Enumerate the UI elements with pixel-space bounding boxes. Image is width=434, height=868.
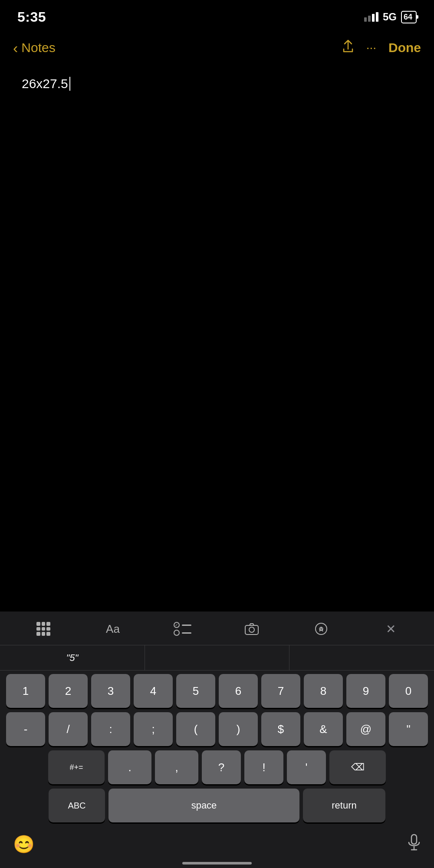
note-content-area[interactable]: 26x27.5 xyxy=(0,65,434,102)
key-colon[interactable]: : xyxy=(91,712,130,746)
key-2[interactable]: 2 xyxy=(49,674,88,708)
keyboard-area: Aa ✓ A xyxy=(0,612,434,868)
key-dollar[interactable]: $ xyxy=(261,712,300,746)
back-chevron-icon: ‹ xyxy=(13,40,18,55)
status-time: 5:35 xyxy=(17,9,46,25)
key-quote[interactable]: " xyxy=(389,712,428,746)
predictive-item-3[interactable] xyxy=(289,645,434,670)
key-comma[interactable]: , xyxy=(155,750,198,784)
share-icon[interactable] xyxy=(342,39,354,56)
key-minus[interactable]: - xyxy=(6,712,45,746)
done-button[interactable]: Done xyxy=(388,40,421,55)
note-text: 26x27.5 xyxy=(22,74,412,93)
key-3[interactable]: 3 xyxy=(91,674,130,708)
camera-icon[interactable] xyxy=(239,619,265,638)
predictive-item-1[interactable]: "5" xyxy=(0,645,145,670)
network-label: 5G xyxy=(383,11,397,23)
key-apostrophe[interactable]: ' xyxy=(287,750,326,784)
svg-point-1 xyxy=(249,627,254,632)
more-icon[interactable]: ··· xyxy=(366,41,376,55)
key-row-numbers: 1 2 3 4 5 6 7 8 9 0 xyxy=(3,674,431,708)
key-abc-switch[interactable]: ABC xyxy=(49,789,105,822)
status-bar: 5:35 5G 64 xyxy=(0,0,434,30)
key-hashtag-switch[interactable]: #+= xyxy=(48,750,105,784)
key-row-symbols2: #+= . , ? ! ' ⌫ xyxy=(3,750,431,784)
nav-bar: ‹ Notes ··· Done xyxy=(0,30,434,65)
nav-actions: ··· Done xyxy=(342,39,421,56)
key-slash[interactable]: / xyxy=(49,712,88,746)
keyboard-keys: 1 2 3 4 5 6 7 8 9 0 - / : ; ( ) $ & @ " … xyxy=(0,671,434,830)
key-row-bottom: ABC space return xyxy=(3,789,431,822)
markup-icon[interactable]: A xyxy=(308,619,334,638)
status-right: 5G 64 xyxy=(364,11,417,23)
key-4[interactable]: 4 xyxy=(134,674,173,708)
key-period[interactable]: . xyxy=(108,750,151,784)
key-return[interactable]: return xyxy=(303,789,385,822)
key-0[interactable]: 0 xyxy=(389,674,428,708)
key-8[interactable]: 8 xyxy=(304,674,343,708)
table-icon[interactable] xyxy=(30,619,56,638)
key-row-symbols1: - / : ; ( ) $ & @ " xyxy=(3,712,431,746)
key-at[interactable]: @ xyxy=(346,712,385,746)
emoji-button[interactable]: 😊 xyxy=(13,834,35,855)
home-indicator xyxy=(182,862,252,865)
key-semicolon[interactable]: ; xyxy=(134,712,173,746)
signal-bar-4 xyxy=(376,12,378,22)
key-exclaim[interactable]: ! xyxy=(244,750,283,784)
microphone-button[interactable] xyxy=(407,834,421,855)
key-space[interactable]: space xyxy=(108,789,299,822)
key-7[interactable]: 7 xyxy=(261,674,300,708)
predictive-bar: "5" xyxy=(0,645,434,671)
note-text-content: 26x27.5 xyxy=(22,74,68,93)
signal-bar-2 xyxy=(368,16,371,22)
predictive-item-2[interactable] xyxy=(145,645,290,670)
svg-rect-5 xyxy=(411,835,417,844)
key-9[interactable]: 9 xyxy=(346,674,385,708)
checklist-icon[interactable]: ✓ xyxy=(169,619,195,638)
signal-bar-1 xyxy=(364,17,367,22)
delete-key[interactable]: ⌫ xyxy=(329,750,386,784)
keyboard-toolbar: Aa ✓ A xyxy=(0,612,434,645)
text-cursor xyxy=(69,77,70,91)
format-icon[interactable]: Aa xyxy=(100,619,126,638)
battery-indicator: 64 xyxy=(401,11,417,23)
close-keyboard-icon[interactable]: ✕ xyxy=(378,619,404,638)
back-label: Notes xyxy=(21,40,55,55)
key-6[interactable]: 6 xyxy=(219,674,258,708)
battery-level: 64 xyxy=(401,11,417,23)
signal-bar-3 xyxy=(372,14,375,22)
grid-table-icon xyxy=(36,622,50,636)
signal-bars xyxy=(364,12,378,22)
key-question[interactable]: ? xyxy=(202,750,241,784)
key-close-paren[interactable]: ) xyxy=(219,712,258,746)
key-open-paren[interactable]: ( xyxy=(176,712,215,746)
key-5[interactable]: 5 xyxy=(176,674,215,708)
key-ampersand[interactable]: & xyxy=(304,712,343,746)
key-1[interactable]: 1 xyxy=(6,674,45,708)
nav-back[interactable]: ‹ Notes xyxy=(13,40,56,55)
